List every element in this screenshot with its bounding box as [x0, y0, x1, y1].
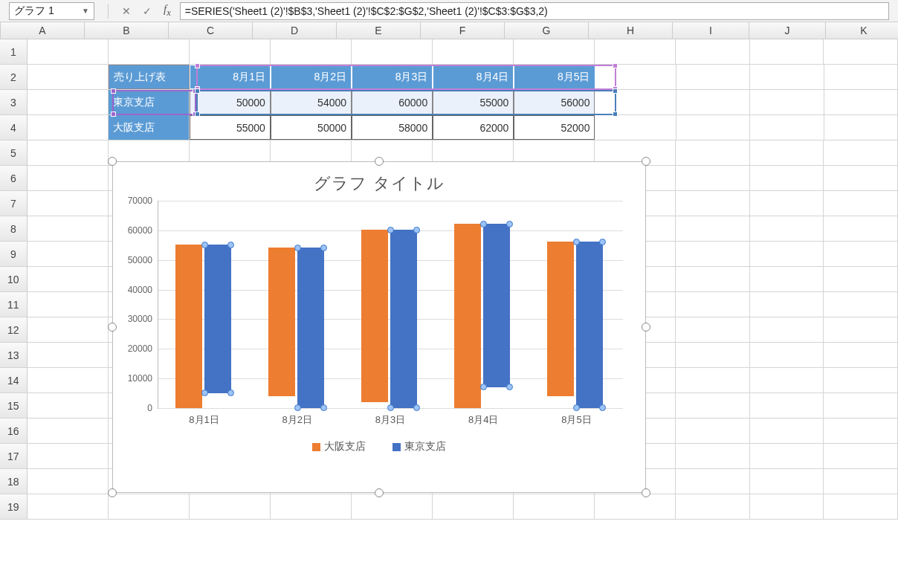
- bar-大阪支店-3[interactable]: [454, 224, 481, 408]
- cell-C19[interactable]: [190, 494, 271, 519]
- cell-A6[interactable]: [28, 166, 109, 190]
- cell-I16[interactable]: [676, 419, 750, 443]
- cell-B19[interactable]: [109, 494, 190, 519]
- cell-J17[interactable]: [750, 444, 824, 468]
- bar-group-2[interactable]: [361, 230, 417, 408]
- cell-E19[interactable]: [352, 494, 433, 519]
- cell-E2[interactable]: 8月3日: [352, 65, 433, 89]
- row-header-1[interactable]: 1: [0, 39, 28, 64]
- cell-G4[interactable]: 52000: [514, 115, 595, 140]
- cell-I14[interactable]: [676, 368, 750, 392]
- cell-D2[interactable]: 8月2日: [271, 65, 352, 89]
- cell-A11[interactable]: [28, 292, 109, 317]
- cell-I6[interactable]: [676, 166, 750, 190]
- cell-B4[interactable]: 大阪支店: [109, 115, 190, 140]
- cell-E4[interactable]: 58000: [352, 115, 433, 140]
- row-header-3[interactable]: 3: [0, 90, 28, 114]
- row-header-4[interactable]: 4: [0, 115, 28, 140]
- bar-大阪支店-0[interactable]: [175, 245, 202, 408]
- cell-H19[interactable]: [595, 494, 676, 519]
- cell-I1[interactable]: [676, 39, 750, 64]
- chart-selection-handle[interactable]: [642, 157, 650, 166]
- cell-A8[interactable]: [28, 216, 109, 241]
- cell-K7[interactable]: [824, 191, 898, 216]
- chart-selection-handle[interactable]: [108, 157, 117, 166]
- cell-A17[interactable]: [28, 444, 109, 468]
- cell-A18[interactable]: [28, 469, 109, 494]
- cell-K3[interactable]: [824, 90, 898, 114]
- col-header-I[interactable]: I: [673, 22, 749, 39]
- row-header-9[interactable]: 9: [0, 242, 28, 266]
- cell-H3[interactable]: [595, 90, 676, 114]
- bar-東京支店-0[interactable]: [204, 245, 231, 393]
- cell-C4[interactable]: 55000: [190, 115, 271, 140]
- cell-K19[interactable]: [824, 494, 898, 519]
- cell-G1[interactable]: [514, 39, 595, 64]
- cell-A14[interactable]: [28, 368, 109, 392]
- row-header-10[interactable]: 10: [0, 267, 28, 291]
- bar-group-3[interactable]: [454, 224, 510, 408]
- cell-J5[interactable]: [750, 140, 824, 165]
- cell-E1[interactable]: [352, 39, 433, 64]
- row-header-13[interactable]: 13: [0, 343, 28, 367]
- cell-J11[interactable]: [750, 292, 824, 317]
- row-header-18[interactable]: 18: [0, 469, 28, 494]
- col-header-E[interactable]: E: [337, 22, 421, 39]
- cell-I12[interactable]: [676, 317, 750, 342]
- cell-I10[interactable]: [676, 267, 750, 291]
- row-header-14[interactable]: 14: [0, 368, 28, 392]
- name-box-dropdown-icon[interactable]: ▼: [82, 7, 89, 15]
- cell-E3[interactable]: 60000: [352, 90, 433, 114]
- chart-box[interactable]: グラフ タイトル 0100002000030000400005000060000…: [112, 161, 646, 493]
- cell-I9[interactable]: [676, 242, 750, 266]
- cell-K6[interactable]: [824, 166, 898, 190]
- cell-C2[interactable]: 8月1日: [190, 65, 271, 89]
- cell-B3[interactable]: 東京支店: [109, 90, 190, 114]
- row-header-2[interactable]: 2: [0, 65, 28, 89]
- legend-osaka[interactable]: 大阪支店: [312, 440, 366, 452]
- chart-object[interactable]: グラフ タイトル 0100002000030000400005000060000…: [112, 161, 646, 493]
- cell-K12[interactable]: [824, 317, 898, 342]
- row-header-5[interactable]: 5: [0, 140, 28, 165]
- cell-I19[interactable]: [676, 494, 750, 519]
- cell-A4[interactable]: [28, 115, 109, 140]
- col-header-K[interactable]: K: [826, 22, 898, 39]
- chart-title[interactable]: グラフ タイトル: [113, 162, 645, 201]
- col-header-F[interactable]: F: [421, 22, 505, 39]
- cell-K4[interactable]: [824, 115, 898, 140]
- cell-J9[interactable]: [750, 242, 824, 266]
- cell-J6[interactable]: [750, 166, 824, 190]
- row-header-17[interactable]: 17: [0, 444, 28, 468]
- cell-I13[interactable]: [676, 343, 750, 367]
- chart-selection-handle[interactable]: [375, 157, 384, 166]
- cancel-icon[interactable]: ✕: [122, 5, 131, 17]
- cell-G19[interactable]: [514, 494, 595, 519]
- cell-A2[interactable]: [28, 65, 109, 89]
- chart-selection-handle[interactable]: [108, 323, 117, 332]
- cell-A1[interactable]: [28, 39, 109, 64]
- cell-I17[interactable]: [676, 444, 750, 468]
- cell-I15[interactable]: [676, 393, 750, 418]
- cell-K17[interactable]: [824, 444, 898, 468]
- cell-I8[interactable]: [676, 216, 750, 241]
- bar-group-0[interactable]: [175, 245, 231, 408]
- cell-D19[interactable]: [271, 494, 352, 519]
- cell-G2[interactable]: 8月5日: [514, 65, 595, 89]
- bar-東京支店-3[interactable]: [483, 224, 510, 387]
- cell-A15[interactable]: [28, 393, 109, 418]
- cell-J8[interactable]: [750, 216, 824, 241]
- col-header-A[interactable]: A: [1, 22, 85, 39]
- row-header-7[interactable]: 7: [0, 191, 28, 216]
- cell-K18[interactable]: [824, 469, 898, 494]
- col-header-B[interactable]: B: [85, 22, 169, 39]
- row-header-8[interactable]: 8: [0, 216, 28, 241]
- cell-G3[interactable]: 56000: [514, 90, 595, 114]
- cell-F1[interactable]: [433, 39, 514, 64]
- cell-H4[interactable]: [595, 115, 676, 140]
- row-header-15[interactable]: 15: [0, 393, 28, 418]
- cell-K14[interactable]: [824, 368, 898, 392]
- bar-group-4[interactable]: [547, 242, 603, 408]
- cell-J16[interactable]: [750, 419, 824, 443]
- cell-I18[interactable]: [676, 469, 750, 494]
- cell-C3[interactable]: 50000: [190, 90, 271, 114]
